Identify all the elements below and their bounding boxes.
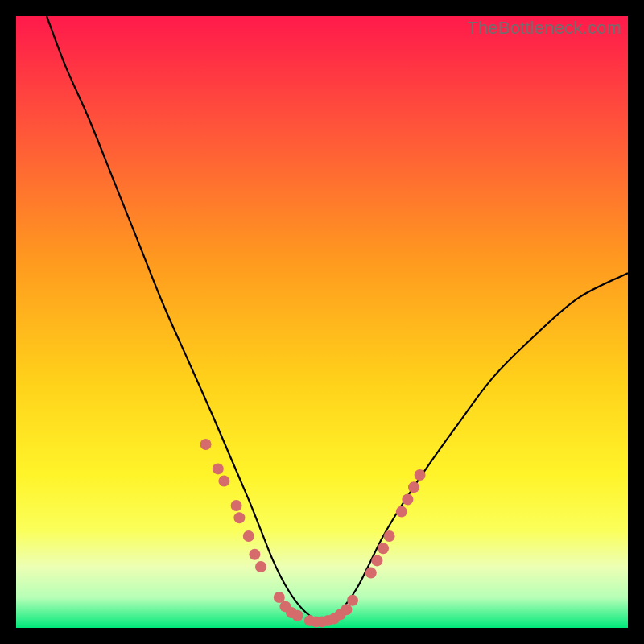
dot [378,543,389,554]
chart-svg [16,16,628,628]
dot [274,592,285,603]
dot [402,493,413,505]
dot [384,530,395,542]
dot [213,463,224,474]
dot [249,549,260,560]
dot [243,530,254,542]
dot [371,555,382,566]
dot [347,595,358,606]
chart-frame: TheBottleneck.com [16,16,628,628]
dot [408,481,419,493]
dot [218,476,229,487]
gradient-background [16,16,628,628]
dot [231,500,242,511]
watermark-text: TheBottleneck.com [467,18,621,39]
dot [200,439,212,450]
dot [396,506,407,518]
dot [233,512,245,523]
dot [365,568,377,579]
dot [255,561,266,572]
dot [341,604,352,615]
dot [292,610,303,621]
dot [415,469,426,481]
